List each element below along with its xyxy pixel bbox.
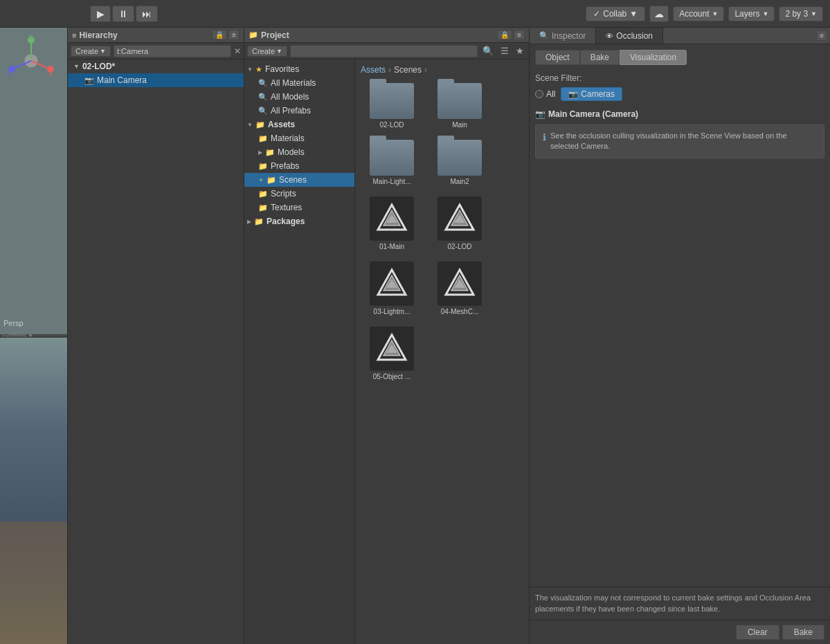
- bake-button[interactable]: Bake: [782, 625, 824, 640]
- packages-arrow-icon: ▶: [247, 219, 251, 225]
- project-toolbar: Create ▼ 🔍 ☰ ★: [244, 43, 529, 59]
- project-icon: 📁: [249, 30, 258, 39]
- create-arrow-icon: ▼: [100, 48, 106, 55]
- tree-assets-label: Assets: [268, 120, 295, 129]
- tree-item-favorites[interactable]: ▼ ★ Favorites: [244, 62, 354, 76]
- main-layout: y x z Persp Gizmos ▼ ≡ Hierarchy 🔒 ≡: [0, 28, 830, 644]
- asset-item-02lod-folder[interactable]: 02-LOD: [361, 80, 423, 131]
- radio-all-label: All: [546, 89, 555, 99]
- transport-group: ▶ ⏸ ⏭: [90, 6, 158, 22]
- occ-tab-object[interactable]: Object: [535, 50, 580, 65]
- bottom-actions: Clear Bake: [530, 620, 830, 644]
- inspector-panel-actions: ≡: [816, 28, 830, 44]
- tree-item-packages[interactable]: ▶ 📁 Packages: [244, 214, 354, 228]
- scene-view[interactable]: y x z Persp: [0, 28, 67, 334]
- project-create-button[interactable]: Create ▼: [247, 46, 287, 57]
- project-filter-btn[interactable]: ☰: [498, 46, 511, 56]
- left-panel: y x z Persp Gizmos ▼: [0, 28, 68, 644]
- hierarchy-item-label: Main Camera: [97, 75, 147, 85]
- main-camera-section: 📷 Main Camera (Camera) ℹ See the occlusi…: [530, 107, 830, 169]
- occ-tab-bake[interactable]: Bake: [580, 50, 620, 65]
- layers-dropdown[interactable]: Layers ▼: [728, 6, 775, 21]
- asset-item-05object[interactable]: 05-Object ...: [361, 324, 423, 383]
- tree-item-textures[interactable]: 📁 Textures: [244, 201, 354, 214]
- project-content: Assets › Scenes › 02-LOD Main: [355, 59, 529, 644]
- hierarchy-create-button[interactable]: Create ▼: [71, 46, 111, 57]
- tab-occlusion[interactable]: 👁 Occlusion: [596, 28, 663, 44]
- project-search-input[interactable]: [290, 45, 478, 57]
- folder-thumbnail: [437, 83, 482, 119]
- scene-gizmo: y x z: [3, 33, 59, 89]
- asset-item-01main[interactable]: 01-Main: [361, 194, 423, 253]
- project-star-btn[interactable]: ★: [514, 46, 526, 56]
- breadcrumb: Assets › Scenes ›: [361, 65, 523, 75]
- tree-textures-label: Textures: [271, 203, 302, 212]
- clear-button[interactable]: Clear: [736, 625, 779, 640]
- project-layout: ▼ ★ Favorites 🔍 All Materials 🔍 All Mode…: [244, 59, 529, 644]
- hierarchy-item-02lod[interactable]: ▼ 02-LOD*: [68, 59, 244, 73]
- tree-item-prefabs[interactable]: 📁 Prefabs: [244, 159, 354, 173]
- hierarchy-actions: 🔒 ≡: [212, 30, 240, 40]
- occ-tab-visualization[interactable]: Visualization: [620, 50, 687, 65]
- asset-item-02lod-scene[interactable]: 02-LOD: [428, 194, 491, 253]
- project-header: 📁 Project 🔒 ≡: [244, 28, 529, 43]
- search-icon: 🔍: [258, 79, 268, 88]
- asset-item-mainlight-folder[interactable]: Main-Light...: [361, 137, 423, 188]
- project-title: Project: [261, 30, 289, 40]
- hierarchy-search-clear-button[interactable]: ✕: [234, 46, 241, 56]
- tree-item-all-models[interactable]: 🔍 All Models: [244, 90, 354, 104]
- tree-all-materials-label: All Materials: [271, 78, 316, 88]
- asset-item-04meshc[interactable]: 04-MeshC...: [428, 259, 491, 318]
- hierarchy-item-maincamera[interactable]: 📷 Main Camera: [68, 73, 244, 87]
- tree-item-assets[interactable]: ▼ 📁 Assets: [244, 118, 354, 131]
- breadcrumb-assets[interactable]: Assets: [361, 65, 386, 75]
- asset-item-03lightm[interactable]: 03-Lightm...: [361, 259, 423, 318]
- hierarchy-search-input[interactable]: [114, 45, 231, 57]
- hierarchy-panel: ≡ Hierarchy 🔒 ≡ Create ▼ ✕ ▼ 02-LOD* 📷: [68, 28, 244, 644]
- tree-item-all-materials[interactable]: 🔍 All Materials: [244, 76, 354, 90]
- asset-item-main-folder[interactable]: Main: [428, 80, 491, 131]
- materials-folder-icon: 📁: [258, 134, 268, 143]
- cloud-button[interactable]: ☁: [649, 6, 669, 22]
- asset-label: 02-LOD: [432, 243, 487, 250]
- svg-text:x: x: [49, 70, 53, 77]
- persp-label: Persp: [3, 319, 24, 327]
- radio-all[interactable]: All: [535, 89, 555, 99]
- project-lock-btn[interactable]: 🔒: [497, 30, 512, 40]
- scene-filter-section: Scene Filter: All 📷 Cameras: [530, 68, 830, 107]
- account-dropdown[interactable]: Account ▼: [673, 6, 724, 21]
- layout-dropdown[interactable]: 2 by 3 ▼: [779, 6, 823, 21]
- hierarchy-item-label: 02-LOD*: [82, 62, 115, 71]
- tree-item-scripts[interactable]: 📁 Scripts: [244, 187, 354, 201]
- tree-item-models[interactable]: ▶ 📁 Models: [244, 145, 354, 159]
- tree-favorites-label: Favorites: [265, 64, 299, 74]
- hierarchy-icon: ≡: [72, 31, 76, 39]
- scene-thumbnail: [0, 338, 67, 644]
- scenes-folder-icon: 📁: [267, 176, 276, 185]
- project-search-icon-btn[interactable]: 🔍: [480, 46, 496, 56]
- info-text: See the occlusion culling visualization …: [550, 131, 817, 152]
- tree-prefabs-label: Prefabs: [271, 161, 299, 171]
- project-menu-btn[interactable]: ≡: [514, 30, 525, 40]
- bottom-notice-text: The visualization may not correspond to …: [535, 594, 811, 612]
- hierarchy-menu-btn[interactable]: ≡: [228, 30, 240, 40]
- tree-item-all-prefabs[interactable]: 🔍 All Prefabs: [244, 104, 354, 118]
- search-icon: 🔍: [258, 93, 268, 102]
- play-button[interactable]: ▶: [90, 6, 111, 22]
- expand-arrow-icon: ▼: [73, 63, 80, 70]
- models-folder-icon: 📁: [265, 148, 275, 157]
- collab-button[interactable]: ✓ Collab ▼: [586, 6, 645, 21]
- folder-thumbnail: [370, 140, 414, 176]
- cameras-filter-button[interactable]: 📷 Cameras: [561, 87, 622, 101]
- inspector-menu-btn[interactable]: ≡: [816, 30, 827, 41]
- project-actions: 🔒 ≡: [497, 30, 525, 40]
- tab-inspector[interactable]: 🔍 Inspector: [530, 28, 596, 44]
- tree-item-scenes[interactable]: ▼ 📁 Scenes: [244, 173, 354, 187]
- tree-item-materials[interactable]: 📁 Materials: [244, 131, 354, 145]
- pause-button[interactable]: ⏸: [112, 6, 134, 22]
- camera-icon: 📷: [84, 76, 94, 85]
- step-button[interactable]: ⏭: [136, 6, 158, 22]
- hierarchy-lock-btn[interactable]: 🔒: [212, 30, 227, 40]
- asset-item-main2-folder[interactable]: Main2: [428, 137, 491, 188]
- asset-label: 04-MeshC...: [432, 308, 487, 315]
